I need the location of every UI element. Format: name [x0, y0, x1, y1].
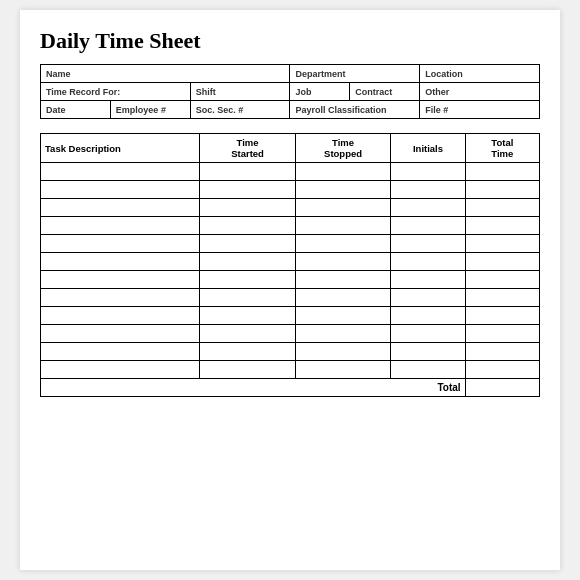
col-task-desc: Task Description: [41, 134, 200, 163]
info-row-1: Name Department Location: [41, 65, 540, 83]
total-row: Total: [41, 379, 540, 397]
info-table: Name Department Location Time Record For…: [40, 64, 540, 119]
task-cell: [391, 289, 465, 307]
page: Daily Time Sheet Name Department Locatio…: [20, 10, 560, 570]
payroll-label: Payroll Classification: [290, 101, 420, 119]
time-record-label: Time Record For:: [41, 83, 191, 101]
task-cell: [465, 361, 539, 379]
task-cell: [295, 343, 391, 361]
task-row: [41, 235, 540, 253]
task-cell: [465, 289, 539, 307]
task-cell: [295, 289, 391, 307]
task-cell: [41, 163, 200, 181]
task-row: [41, 325, 540, 343]
total-value: [465, 379, 539, 397]
col-time-started: TimeStarted: [200, 134, 296, 163]
task-cell: [465, 325, 539, 343]
task-cell: [295, 217, 391, 235]
task-cell: [391, 253, 465, 271]
task-cell: [465, 181, 539, 199]
info-row-3: Date Employee # Soc. Sec. # Payroll Clas…: [41, 101, 540, 119]
task-cell: [295, 253, 391, 271]
file-label: File #: [420, 101, 540, 119]
task-row: [41, 307, 540, 325]
task-cell: [391, 217, 465, 235]
department-label: Department: [290, 65, 420, 83]
task-cell: [200, 289, 296, 307]
job-label: Job: [290, 83, 350, 101]
task-cell: [465, 235, 539, 253]
task-row: [41, 163, 540, 181]
task-cell: [41, 289, 200, 307]
task-row: [41, 343, 540, 361]
task-cell: [295, 163, 391, 181]
page-title: Daily Time Sheet: [40, 28, 540, 54]
task-cell: [200, 235, 296, 253]
employee-label: Employee #: [110, 101, 190, 119]
task-cell: [465, 343, 539, 361]
task-cell: [200, 253, 296, 271]
task-cell: [200, 181, 296, 199]
task-cell: [391, 271, 465, 289]
task-cell: [200, 271, 296, 289]
task-cell: [41, 361, 200, 379]
task-row: [41, 289, 540, 307]
task-cell: [391, 361, 465, 379]
task-row: [41, 181, 540, 199]
col-total-time: TotalTime: [465, 134, 539, 163]
task-cell: [200, 325, 296, 343]
task-table: Task Description TimeStarted TimeStopped…: [40, 133, 540, 397]
task-cell: [391, 343, 465, 361]
date-label: Date: [41, 101, 111, 119]
task-row: [41, 361, 540, 379]
task-cell: [391, 307, 465, 325]
col-time-stopped: TimeStopped: [295, 134, 391, 163]
task-cell: [200, 199, 296, 217]
task-cell: [41, 181, 200, 199]
task-cell: [41, 199, 200, 217]
soc-sec-label: Soc. Sec. #: [190, 101, 290, 119]
task-cell: [200, 217, 296, 235]
task-cell: [465, 307, 539, 325]
task-cell: [295, 307, 391, 325]
task-row: [41, 253, 540, 271]
name-label: Name: [41, 65, 290, 83]
task-cell: [465, 253, 539, 271]
task-cell: [295, 199, 391, 217]
task-cell: [391, 181, 465, 199]
task-cell: [465, 217, 539, 235]
task-cell: [295, 361, 391, 379]
total-label: Total: [41, 379, 466, 397]
task-cell: [200, 163, 296, 181]
task-cell: [465, 199, 539, 217]
contract-label: Contract: [350, 83, 420, 101]
task-cell: [295, 181, 391, 199]
task-row: [41, 271, 540, 289]
task-cell: [200, 343, 296, 361]
task-cell: [200, 307, 296, 325]
task-row: [41, 217, 540, 235]
task-cell: [41, 343, 200, 361]
task-row: [41, 199, 540, 217]
task-header-row: Task Description TimeStarted TimeStopped…: [41, 134, 540, 163]
task-cell: [41, 253, 200, 271]
task-cell: [391, 235, 465, 253]
col-initials: Initials: [391, 134, 465, 163]
task-cell: [41, 271, 200, 289]
task-cell: [200, 361, 296, 379]
task-cell: [465, 271, 539, 289]
other-label: Other: [420, 83, 540, 101]
task-cell: [295, 325, 391, 343]
task-cell: [465, 163, 539, 181]
task-cell: [391, 163, 465, 181]
info-row-2: Time Record For: Shift Job Contract Othe…: [41, 83, 540, 101]
shift-label: Shift: [190, 83, 290, 101]
location-label: Location: [420, 65, 540, 83]
task-cell: [41, 307, 200, 325]
task-cell: [391, 199, 465, 217]
task-cell: [41, 217, 200, 235]
task-cell: [41, 325, 200, 343]
task-cell: [295, 235, 391, 253]
task-cell: [295, 271, 391, 289]
task-cell: [391, 325, 465, 343]
